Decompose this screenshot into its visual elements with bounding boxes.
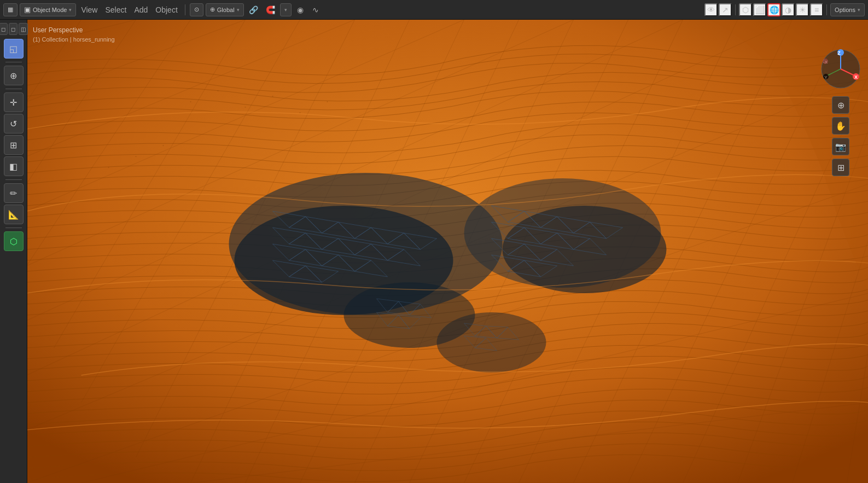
pan-icon: ✋	[835, 121, 846, 131]
svg-point-8	[218, 90, 219, 91]
shading-options-btn[interactable]: ≡	[810, 3, 823, 16]
shading-solid-btn[interactable]: ⬜	[753, 3, 766, 16]
rendered-icon: ◑	[785, 5, 791, 14]
svg-text:Y: Y	[824, 75, 828, 80]
add-label: Add	[134, 5, 148, 14]
add-primitive-tool-btn[interactable]: ⬡	[4, 231, 24, 251]
select-label: Select	[105, 5, 126, 14]
svg-text:X: X	[854, 74, 858, 80]
lookdev-icon: ↗	[722, 5, 729, 14]
curve-icon: ∿	[312, 5, 319, 14]
camera-icon: 📷	[835, 142, 846, 152]
editor-type-icon: ▦	[8, 6, 13, 13]
move-tool-btn[interactable]: ✛	[4, 92, 24, 112]
curve-btn[interactable]: ∿	[309, 3, 322, 16]
main-area: ◻ ◻ ◫ ◱ ⊕ ✛ ↺ ⊞ ◧	[0, 20, 868, 483]
select-menu[interactable]: Select	[102, 3, 129, 16]
proportional-falloff-btn[interactable]: ◉	[294, 3, 307, 16]
cursor-icon: ⊕	[10, 71, 17, 81]
snap-settings-dropdown: ▾	[284, 7, 287, 13]
shading-rendered-btn[interactable]: ◑	[782, 3, 795, 16]
shading-wireframe-btn[interactable]: ⬡	[739, 3, 752, 16]
select-tool-icon: ◱	[9, 44, 18, 54]
sidebar-header-btn-2[interactable]: ◻	[9, 23, 18, 35]
scale-icon: ⊞	[10, 140, 17, 150]
options-label: Options	[835, 7, 855, 13]
svg-text:-X: -X	[823, 60, 828, 65]
svg-point-7	[190, 101, 191, 102]
left-sidebar: ◻ ◻ ◫ ◱ ⊕ ✛ ↺ ⊞ ◧	[0, 20, 27, 483]
transform-tool-btn[interactable]: ◧	[4, 156, 24, 176]
lookdev-btn[interactable]: ↗	[719, 3, 732, 16]
viewport[interactable]: User Perspective (1) Collection | horses…	[27, 20, 868, 483]
rotate-tool-btn[interactable]: ↺	[4, 114, 24, 133]
viewport-background	[27, 20, 868, 483]
pivot-icon: ⊙	[194, 6, 199, 13]
mode-icon: ▣	[24, 5, 31, 14]
proportional-edit-btn[interactable]: 🔗	[246, 3, 261, 16]
measure-icon: 📐	[8, 210, 19, 220]
snap-settings-btn[interactable]: ▾	[280, 3, 292, 16]
snap-icon: 🧲	[266, 5, 275, 14]
view-menu[interactable]: View	[78, 3, 100, 16]
sidebar-header-btn-1[interactable]: ◻	[0, 23, 8, 35]
transform-orient-label: Global	[217, 7, 235, 13]
add-menu[interactable]: Add	[131, 3, 150, 16]
shading-rendered2-btn[interactable]: ☀	[796, 3, 809, 16]
select-tool-btn[interactable]: ◱	[4, 39, 24, 59]
svg-point-14	[163, 145, 164, 146]
annotate-tool-btn[interactable]: ✏	[4, 183, 24, 203]
svg-point-9	[245, 107, 246, 108]
topbar-separator-2	[735, 4, 736, 15]
rotate-icon: ↺	[10, 119, 17, 129]
viewport-navigation-gizmo[interactable]: Z X Y -X	[819, 47, 863, 91]
falloff-icon: ◉	[297, 5, 304, 14]
tools-separator-1	[5, 62, 22, 62]
svg-text:Z: Z	[837, 50, 841, 56]
right-gizmo-panel: Z X Y -X ⊕ ✋ 📷 ⊞	[819, 47, 863, 176]
tools-separator-3	[5, 179, 22, 180]
snap-btn[interactable]: 🧲	[263, 3, 278, 16]
object-label: Object	[155, 5, 177, 14]
svg-point-10	[272, 96, 273, 97]
measure-tool-btn[interactable]: 📐	[4, 205, 24, 224]
scale-tool-btn[interactable]: ⊞	[4, 135, 24, 155]
tools-separator-2	[5, 89, 22, 89]
svg-point-13	[136, 156, 137, 157]
options-dropdown-icon: ▾	[858, 7, 860, 13]
render-viewport-btn[interactable]: 👁	[704, 3, 718, 16]
ortho-persp-btn[interactable]: ⊞	[832, 159, 849, 176]
object-menu[interactable]: Object	[153, 3, 180, 16]
svg-point-4	[503, 206, 667, 293]
rendered2-icon: ☀	[799, 5, 806, 14]
topbar-separator-3	[826, 4, 827, 15]
transform-orientation-btn[interactable]: ⊕ Global ▾	[206, 3, 244, 16]
sidebar-header-buttons: ◻ ◻ ◫	[0, 23, 28, 35]
pan-btn[interactable]: ✋	[832, 117, 849, 135]
gizmo-svg: Z X Y -X	[819, 47, 863, 91]
render-viewport-icon: 👁	[707, 5, 715, 14]
proportional-icon: 🔗	[249, 5, 258, 14]
mode-selector[interactable]: ▣ Object Mode ▾	[20, 3, 76, 16]
solid-icon: ⬜	[755, 5, 765, 14]
mode-label: Object Mode	[33, 7, 67, 13]
zoom-btn[interactable]: ⊕	[832, 96, 849, 114]
shading-material-btn[interactable]: 🌐	[767, 3, 780, 16]
options-button[interactable]: Options ▾	[830, 3, 865, 16]
cursor-tool-btn[interactable]: ⊕	[4, 66, 24, 85]
view-label: View	[81, 5, 97, 14]
sidebar-header-btn-3[interactable]: ◫	[19, 23, 28, 35]
editor-type-button[interactable]: ▦	[3, 3, 18, 16]
ortho-icon: ⊞	[837, 162, 844, 173]
add-primitive-icon: ⬡	[10, 236, 18, 247]
tools-separator-4	[5, 228, 22, 228]
camera-view-btn[interactable]: 📷	[832, 138, 849, 155]
zoom-icon: ⊕	[837, 100, 844, 110]
move-icon: ✛	[10, 97, 17, 108]
transform-orient-icon: ⊕	[210, 6, 215, 13]
svg-point-12	[327, 101, 328, 102]
transform-orient-dropdown: ▾	[237, 7, 240, 13]
wireframe-icon: ⬡	[742, 5, 749, 14]
svg-point-15	[108, 167, 109, 168]
pivot-point-btn[interactable]: ⊙	[190, 3, 203, 16]
